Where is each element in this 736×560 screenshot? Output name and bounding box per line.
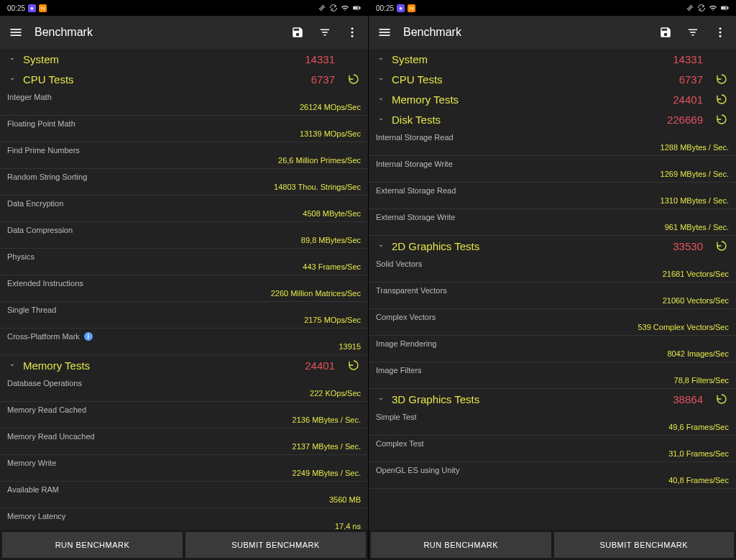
reload-icon[interactable] bbox=[714, 72, 729, 86]
battery-icon bbox=[720, 4, 729, 12]
save-icon[interactable] bbox=[657, 24, 674, 41]
result-value: 3560 MB bbox=[7, 495, 361, 507]
result-row[interactable]: Simple Test49,6 Frames/Sec bbox=[369, 409, 736, 436]
result-row[interactable]: Floating Point Math13139 MOps/Sec bbox=[0, 116, 368, 142]
result-row[interactable]: Database Operations222 KOps/Sec bbox=[0, 375, 368, 402]
submit-benchmark-button[interactable]: SUBMIT BENCHMARK bbox=[185, 532, 366, 558]
result-label: Floating Point Math bbox=[7, 116, 361, 129]
svg-rect-17 bbox=[380, 29, 390, 30]
more-icon[interactable] bbox=[712, 24, 729, 41]
chevron-down-icon bbox=[376, 241, 386, 251]
save-icon[interactable] bbox=[289, 24, 306, 41]
result-row[interactable]: Image Filters78,8 Filters/Sec bbox=[369, 362, 736, 389]
result-label: Random String Sorting bbox=[7, 170, 361, 183]
status-time: 00:25 bbox=[376, 4, 394, 12]
result-row[interactable]: Physics443 Frames/Sec bbox=[0, 249, 368, 275]
section-memory[interactable]: Memory Tests 24401 bbox=[0, 355, 368, 375]
result-row[interactable]: Available RAM3560 MB bbox=[0, 482, 368, 508]
result-row[interactable]: Complex Test31,0 Frames/Sec bbox=[369, 436, 736, 462]
result-row[interactable]: Random String Sorting14803 Thou. Strings… bbox=[0, 169, 368, 196]
result-value: 2249 MBytes / Sec. bbox=[7, 469, 361, 480]
section-score: 24401 bbox=[305, 359, 335, 372]
result-row[interactable]: Internal Storage Write1269 MBytes / Sec. bbox=[369, 156, 736, 183]
result-row[interactable]: Cross-Platform Marki13915 bbox=[0, 329, 368, 355]
wifi-icon bbox=[709, 4, 717, 12]
result-row[interactable]: Single Thread2175 MOps/Sec bbox=[0, 302, 368, 329]
section-system[interactable]: System 14331 bbox=[369, 49, 736, 69]
section-3d[interactable]: 3D Graphics Tests 38864 bbox=[369, 389, 736, 409]
result-row[interactable]: Image Rendering8042 Images/Sec bbox=[369, 336, 736, 362]
section-cpu[interactable]: CPU Tests 6737 bbox=[369, 69, 736, 89]
chevron-down-icon bbox=[376, 114, 386, 124]
more-icon[interactable] bbox=[344, 24, 361, 41]
result-label: Memory Latency bbox=[7, 509, 361, 522]
result-row[interactable]: External Storage Read1310 MBytes / Sec. bbox=[369, 183, 736, 209]
result-value: 1269 MBytes / Sec. bbox=[376, 170, 729, 181]
reload-icon[interactable] bbox=[346, 358, 361, 372]
svg-rect-2 bbox=[359, 7, 360, 9]
filter-icon[interactable] bbox=[684, 24, 702, 41]
reload-icon[interactable] bbox=[714, 92, 729, 106]
result-row[interactable]: Memory Read Cached2136 MBytes / Sec. bbox=[0, 402, 368, 428]
reload-icon[interactable] bbox=[714, 392, 729, 406]
result-value: 14803 Thou. Strings/Sec bbox=[7, 183, 361, 194]
svg-rect-20 bbox=[689, 29, 697, 31]
result-row[interactable]: Solid Vectors21681 Vectors/Sec bbox=[369, 256, 736, 283]
result-row[interactable]: Memory Write2249 MBytes / Sec. bbox=[0, 455, 368, 482]
result-row[interactable]: Data Compression89,8 MBytes/Sec bbox=[0, 222, 368, 249]
result-row[interactable]: Memory Latency17,4 ns bbox=[0, 508, 368, 530]
result-row[interactable]: Internal Storage Read1288 MBytes / Sec. bbox=[369, 129, 736, 156]
result-row[interactable]: Find Prime Numbers26,6 Million Primes/Se… bbox=[0, 142, 368, 169]
menu-icon[interactable] bbox=[376, 24, 393, 41]
result-label: External Storage Write bbox=[376, 210, 729, 223]
nfc-icon bbox=[686, 4, 694, 12]
result-row[interactable]: Extended Instructions2260 Million Matric… bbox=[0, 275, 368, 302]
section-disk[interactable]: Disk Tests 226669 bbox=[369, 109, 736, 129]
footer: RUN BENCHMARK SUBMIT BENCHMARK bbox=[0, 530, 368, 560]
battery-icon bbox=[352, 4, 361, 12]
section-memory[interactable]: Memory Tests 24401 bbox=[369, 89, 736, 109]
reload-icon[interactable] bbox=[346, 72, 361, 86]
section-title: Disk Tests bbox=[392, 114, 661, 126]
result-row[interactable]: Transparent Vectors21060 Vectors/Sec bbox=[369, 283, 736, 309]
section-2d[interactable]: 2D Graphics Tests 33530 bbox=[369, 236, 736, 256]
result-value: 49,6 Frames/Sec bbox=[376, 423, 729, 434]
svg-rect-4 bbox=[11, 29, 22, 30]
section-score: 33530 bbox=[673, 240, 703, 252]
phone-left: 00:25 ● N Benchmark System bbox=[0, 0, 368, 560]
menu-icon[interactable] bbox=[7, 24, 24, 41]
result-row[interactable]: OpenGL ES using Unity40,8 Frames/Sec bbox=[369, 462, 736, 489]
result-value: 2260 Million Matrices/Sec bbox=[7, 289, 361, 300]
info-icon[interactable]: i bbox=[84, 332, 93, 341]
result-label: OpenGL ES using Unity bbox=[376, 463, 729, 476]
result-label: Internal Storage Write bbox=[376, 157, 729, 170]
run-benchmark-button[interactable]: RUN BENCHMARK bbox=[371, 532, 551, 558]
nfc-icon bbox=[318, 4, 326, 12]
results-list[interactable]: System 14331 CPU Tests 6737 Integer Math… bbox=[0, 49, 368, 530]
svg-rect-7 bbox=[321, 29, 329, 31]
status-badge-icon: ● bbox=[397, 4, 405, 12]
result-label: Complex Test bbox=[376, 436, 729, 449]
result-label: Memory Read Cached bbox=[7, 403, 361, 416]
filter-icon[interactable] bbox=[316, 24, 334, 41]
statusbar: 00:25 ● N bbox=[0, 0, 368, 16]
svg-rect-6 bbox=[11, 35, 22, 36]
reload-icon[interactable] bbox=[714, 239, 729, 253]
section-cpu[interactable]: CPU Tests 6737 bbox=[0, 69, 368, 89]
svg-rect-15 bbox=[727, 7, 728, 9]
result-label: Image Rendering bbox=[376, 336, 729, 349]
results-list[interactable]: System 14331 CPU Tests 6737 Memory Tests… bbox=[369, 49, 736, 530]
result-value: 31,0 Frames/Sec bbox=[376, 449, 729, 461]
result-row[interactable]: Complex Vectors539 Complex Vectors/Sec bbox=[369, 309, 736, 336]
submit-benchmark-button[interactable]: SUBMIT BENCHMARK bbox=[554, 532, 735, 558]
reload-icon[interactable] bbox=[714, 112, 729, 127]
section-system[interactable]: System 14331 bbox=[0, 49, 368, 69]
result-value: 13915 bbox=[7, 342, 361, 354]
chevron-down-icon bbox=[376, 94, 386, 104]
result-row[interactable]: Memory Read Uncached2137 MBytes / Sec. bbox=[0, 428, 368, 455]
result-row[interactable]: External Storage Write961 MBytes / Sec. bbox=[369, 209, 736, 236]
svg-point-10 bbox=[351, 27, 354, 29]
run-benchmark-button[interactable]: RUN BENCHMARK bbox=[2, 532, 183, 558]
result-row[interactable]: Data Encryption4508 MByte/Sec bbox=[0, 196, 368, 222]
result-row[interactable]: Integer Math26124 MOps/Sec bbox=[0, 89, 368, 116]
